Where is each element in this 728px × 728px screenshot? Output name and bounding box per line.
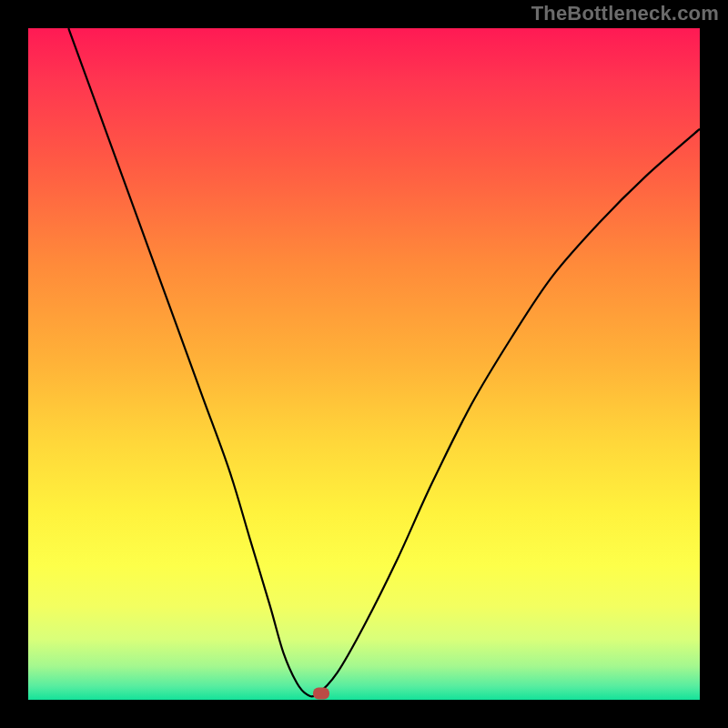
chart-frame: TheBottleneck.com bbox=[0, 0, 728, 728]
curve-svg bbox=[28, 28, 700, 700]
plot-area bbox=[28, 28, 700, 700]
watermark-text: TheBottleneck.com bbox=[531, 2, 719, 25]
optimum-marker bbox=[313, 688, 329, 700]
bottleneck-curve bbox=[68, 28, 700, 696]
